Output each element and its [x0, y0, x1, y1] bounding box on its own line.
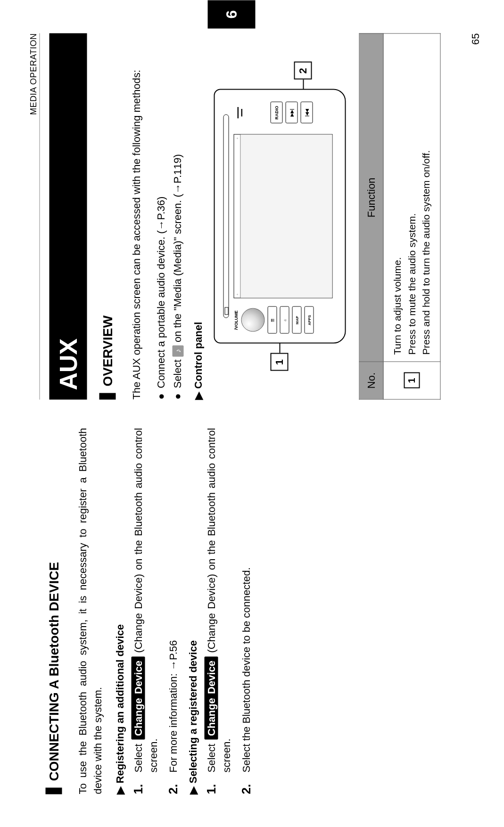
- overview-title: OVERVIEW: [99, 33, 116, 399]
- overview-text: The AUX operation screen can be accessed…: [129, 33, 144, 399]
- touch-screen[interactable]: ◦◦: [233, 134, 332, 298]
- subheading-select: ▶ Selecting a registered device: [187, 428, 199, 794]
- register-step-1: 1. Select Change Device (Change Device) …: [131, 428, 161, 794]
- bt-intro-text: To use the Bluetooth audio system, it is…: [75, 428, 105, 794]
- right-button-column: ▬▬▬▬▬ RADIO ▶▶| |◀◀: [233, 96, 332, 130]
- step-number: 2.: [239, 781, 254, 794]
- menu-button[interactable]: ☰: [267, 306, 277, 334]
- step-body: Select Change Device (Change Device) on …: [131, 428, 161, 772]
- map-button[interactable]: MAP: [292, 306, 301, 334]
- aux-media-icon[interactable]: ♪: [172, 345, 183, 356]
- bullet-dot-icon: ●: [169, 393, 185, 399]
- triangle-marker-icon: ▶: [114, 786, 125, 794]
- step-body: Select the Bluetooth device to be connec…: [239, 428, 254, 772]
- table-cell-function: Turn to adjust volume. Press to mute the…: [383, 33, 440, 362]
- change-device-button[interactable]: Change Device: [131, 656, 145, 739]
- callout-1: 1: [270, 353, 288, 371]
- control-panel-heading-text: Control panel: [192, 322, 204, 389]
- bullet-dot-icon: ●: [152, 393, 169, 399]
- step1-pre: Select: [132, 739, 144, 772]
- triangle-marker-icon: ▶: [192, 391, 204, 399]
- control-panel-heading: ▶ Control panel: [192, 33, 204, 399]
- subheading-select-text: Selecting a registered device: [187, 640, 198, 783]
- step-number: 1.: [204, 781, 234, 794]
- register-step-2: 2. For more information: →P.56: [165, 428, 181, 794]
- bullet2-pre: Select: [171, 356, 183, 388]
- control-panel-figure: 1 2 /VOLUME ☰ ⌂ MAP APPS ◦◦: [214, 89, 346, 344]
- page-header: MEDIA OPERATION: [28, 33, 40, 399]
- volume-knob-label: /VOLUME: [233, 310, 238, 330]
- callout-2: 2: [294, 62, 312, 80]
- bullet2-wrap: Select ♪ on the "Media (Media)" screen. …: [169, 154, 185, 388]
- disc-slot: [223, 115, 229, 318]
- table-row: 1 Turn to adjust volume. Press to mute t…: [383, 33, 440, 399]
- subheading-register: ▶ Registering an additional device: [114, 428, 126, 794]
- func-line: Press to mute the audio system.: [405, 40, 419, 355]
- home-button[interactable]: ⌂: [280, 306, 289, 334]
- function-table: No. Function 1 Turn to adjust volume. Pr…: [359, 33, 440, 399]
- seek-prev-button[interactable]: |◀◀: [300, 102, 313, 124]
- left-button-column: /VOLUME ☰ ⌂ MAP APPS: [233, 303, 332, 337]
- apps-button[interactable]: APPS: [304, 306, 314, 334]
- head-unit-device: /VOLUME ☰ ⌂ MAP APPS ◦◦ ▬▬▬▬▬ RAD: [214, 89, 346, 344]
- step-number: 1.: [131, 781, 161, 794]
- bullet1-text: Connect a portable audio device. (→P.36): [152, 196, 169, 388]
- subheading-register-text: Registering an additional device: [114, 624, 125, 783]
- bullet-item: ● Connect a portable audio device. (→P.3…: [152, 33, 169, 399]
- bullet-item: ● Select ♪ on the "Media (Media)" screen…: [169, 33, 185, 399]
- volume-knob[interactable]: [241, 308, 264, 332]
- screen-bezel-top: ◦◦: [234, 135, 240, 298]
- seek-next-button[interactable]: ▶▶|: [285, 102, 297, 124]
- step-body: For more information: →P.56: [165, 428, 181, 772]
- step-body: Select Change Device (Change Device) on …: [204, 428, 234, 772]
- connecting-bt-title: CONNECTING A Bluetooth DEVICE: [45, 428, 62, 794]
- func-line: Turn to adjust volume.: [390, 40, 404, 355]
- table-cell-no: 1: [383, 362, 440, 399]
- page-number: 65: [469, 33, 481, 44]
- right-column: MEDIA OPERATION AUX OVERVIEW The AUX ope…: [28, 33, 485, 399]
- table-header-no: No.: [359, 362, 383, 399]
- aux-title: AUX: [49, 33, 87, 399]
- brand-logo: ▬▬▬▬▬: [235, 107, 243, 118]
- callout-ref-1: 1: [404, 372, 420, 389]
- triangle-marker-icon: ▶: [187, 786, 198, 794]
- select-step-2: 2. Select the Bluetooth device to be con…: [239, 428, 254, 794]
- step-number: 2.: [165, 781, 181, 794]
- chapter-side-tab: 6: [207, 0, 255, 28]
- table-header-function: Function: [359, 33, 383, 362]
- overview-bullets: ● Connect a portable audio device. (→P.3…: [152, 33, 185, 399]
- left-column: CONNECTING A Bluetooth DEVICE To use the…: [28, 428, 485, 794]
- select-step-1: 1. Select Change Device (Change Device) …: [204, 428, 234, 794]
- radio-button[interactable]: RADIO: [270, 102, 282, 124]
- screen-display: [240, 135, 332, 298]
- bullet2-post: on the "Media (Media)" screen. (→P.119): [171, 154, 183, 345]
- func-line: Press and hold to turn the audio system …: [419, 40, 433, 355]
- step1b-pre: Select: [205, 739, 217, 772]
- change-device-button[interactable]: Change Device: [204, 656, 218, 739]
